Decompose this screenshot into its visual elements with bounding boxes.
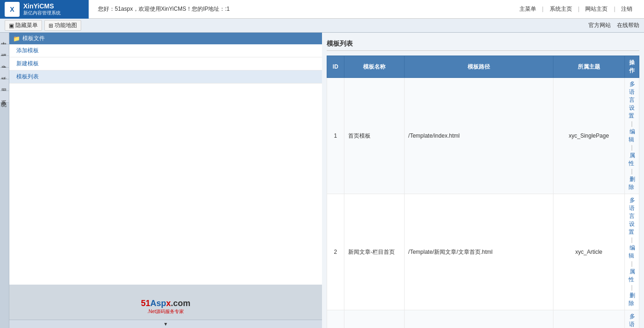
cell-name: 首页模板 [344,78,404,194]
cell-action: 多语言设置｜编辑｜属性｜删除 [625,194,639,310]
action-separator: ｜ [629,120,635,127]
action-separator: ｜ [629,168,635,174]
nav-logout[interactable]: 注销 [621,6,632,12]
action-links: 多语言设置｜编辑｜属性｜删除 [629,313,635,328]
cell-path: /Template/index.html [404,78,553,194]
action-link-编辑[interactable]: 编辑 [629,244,635,259]
header-nav: 主菜单 ｜ 系统主页 ｜ 网站主页 ｜ 注销 [517,5,644,13]
cell-theme: xyc_SinglePage [553,78,624,194]
sidebar-panel-header: 📁 模板文件 [9,33,322,44]
cell-id: 3 [327,310,344,328]
sidebar-panel-title: 模板文件 [22,35,45,42]
header-welcome: 您好：51aspx，欢迎使用XinYiCMS！您的IP地址：:1 [89,5,517,13]
template-table: ID模板名称模板路径所属主题操作 1首页模板/Template/index.ht… [327,56,639,328]
nav-website-home[interactable]: 网站主页 [585,6,608,12]
table-header-cell: 模板名称 [344,56,404,78]
sidebar-menu-item[interactable]: 添加模板 [9,44,322,57]
online-help-link[interactable]: 在线帮助 [617,22,639,28]
action-link-属性[interactable]: 属性 [629,268,635,283]
header: X XinYiCMS 新亿内容管理系统 您好：51aspx，欢迎使用XinYiC… [0,0,644,19]
table-header-cell: 所属主题 [553,56,624,78]
function-map-icon: ⊞ [49,22,53,29]
sidebar-scroll-down[interactable]: ▼ [9,320,322,328]
cell-path: /Template/新闻文章/文章首页.html [404,194,553,310]
action-links: 多语言设置｜编辑｜属性｜删除 [629,80,635,191]
table-header-row: ID模板名称模板路径所属主题操作 [327,56,639,78]
content-area: 模板列表 ID模板名称模板路径所属主题操作 1首页模板/Template/ind… [322,33,644,328]
logo-text: XinYiCMS 新亿内容管理系统 [23,2,61,16]
action-link-多语言设置[interactable]: 多语言设置 [629,313,635,328]
action-separator: ｜ [629,260,635,267]
function-map-label: 功能地图 [55,21,77,29]
action-link-编辑[interactable]: 编辑 [629,128,635,143]
cell-path: /Template/新闻文章/文章分列表页.html [404,310,553,328]
cell-action: 多语言设置｜编辑｜属性｜删除 [625,310,639,328]
table-row: 3新闻文章-分类列表页/Template/新闻文章/文章分列表页.htmlxyc… [327,310,639,328]
content-title: 模板列表 [327,37,639,51]
main-layout: 内容模板生成插件用户系统 📁 模板文件 添加模板新建模板模板列表 51Aspx.… [0,33,644,328]
table-body: 1首页模板/Template/index.htmlxyc_SinglePage多… [327,78,639,328]
cell-id: 2 [327,194,344,310]
nav-main-menu[interactable]: 主菜单 [519,6,536,12]
action-link-多语言设置[interactable]: 多语言设置 [629,197,635,235]
sidebar-watermark: 51Aspx.com .Net源码服务专家 [9,294,322,320]
sidebar-menu-item[interactable]: 模板列表 [9,70,322,84]
panel-folder-icon: 📁 [13,35,20,42]
table-header-cell: 模板路径 [404,56,553,78]
vtab-系统[interactable]: 系统 [0,91,9,103]
action-separator: ｜ [629,237,635,243]
cell-action: 多语言设置｜编辑｜属性｜删除 [625,78,639,194]
action-separator: ｜ [629,284,635,291]
table-header-cell: 操作 [625,56,639,78]
action-link-属性[interactable]: 属性 [629,152,635,167]
action-links: 多语言设置｜编辑｜属性｜删除 [629,196,635,307]
hide-menu-icon: ▣ [9,22,14,29]
sidebar-panel: 📁 模板文件 添加模板新建模板模板列表 51Aspx.com .Net源码服务专… [9,33,322,328]
toolbar-right-links: 官方网站 在线帮助 [584,21,639,29]
logo-sub-title: 新亿内容管理系统 [23,10,61,16]
table-header-cell: ID [327,56,344,78]
vtab-内容[interactable]: 内容 [0,33,9,44]
hide-menu-button[interactable]: ▣ 隐藏菜单 [5,20,42,31]
logo-icon: X [5,2,20,17]
cell-id: 1 [327,78,344,194]
logo-main-title: XinYiCMS [23,2,61,10]
sidebar-menu-item[interactable]: 新建模板 [9,57,322,70]
action-separator: ｜ [629,144,635,151]
vtab-模板[interactable]: 模板 [0,44,9,56]
action-link-多语言设置[interactable]: 多语言设置 [629,81,635,119]
cell-name: 新闻文章-分类列表页 [344,310,404,328]
cell-name: 新闻文章-栏目首页 [344,194,404,310]
header-logo: X XinYiCMS 新亿内容管理系统 [0,0,89,19]
vtab-插件[interactable]: 插件 [0,68,9,79]
table-row: 2新闻文章-栏目首页/Template/新闻文章/文章首页.htmlxyc_Ar… [327,194,639,310]
function-map-button[interactable]: ⊞ 功能地图 [44,20,81,31]
cell-theme: xyc_Article [553,310,624,328]
toolbar: ▣ 隐藏菜单 ⊞ 功能地图 官方网站 在线帮助 [0,19,644,33]
sidebar-menu: 添加模板新建模板模板列表 [9,44,322,285]
left-vertical-tabs: 内容模板生成插件用户系统 [0,33,9,328]
table-row: 1首页模板/Template/index.htmlxyc_SinglePage多… [327,78,639,194]
action-link-删除[interactable]: 删除 [629,292,635,307]
vtab-生成[interactable]: 生成 [0,56,9,68]
vtab-用户[interactable]: 用户 [0,79,9,91]
cell-theme: xyc_Article [553,194,624,310]
action-link-删除[interactable]: 删除 [629,176,635,190]
official-site-link[interactable]: 官方网站 [588,22,611,28]
nav-system-home[interactable]: 系统主页 [550,6,572,12]
table-wrapper: ID模板名称模板路径所属主题操作 1首页模板/Template/index.ht… [327,56,639,328]
sidebar-watermark-slogan: .Net源码服务专家 [14,308,317,315]
hide-menu-label: 隐藏菜单 [15,21,38,29]
